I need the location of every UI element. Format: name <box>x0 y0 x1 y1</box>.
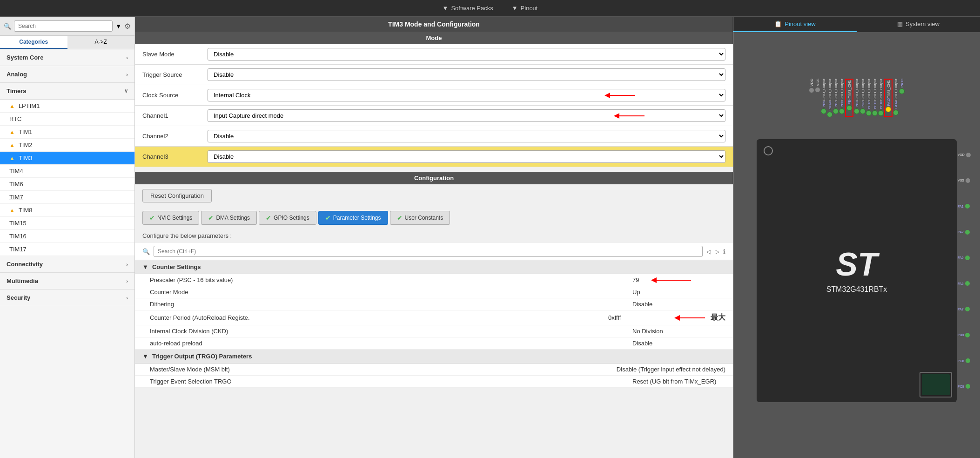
sidebar-item-tim4[interactable]: TIM4 <box>0 165 134 178</box>
sidebar-item-tim6[interactable]: TIM6 <box>0 178 134 191</box>
counter-settings-label: Counter Settings <box>152 263 201 270</box>
pin-pb8b-sublabel: PB8-B <box>828 101 832 110</box>
right-pins-container: VDD VSS PA1 PA2 <box>957 139 980 402</box>
pinout-view-icon: 📋 <box>774 20 782 27</box>
pin-vss: VSS <box>815 79 820 117</box>
section-multimedia-header[interactable]: Multimedia › <box>0 273 134 290</box>
center-title: TIM3 Mode and Configuration <box>135 17 733 32</box>
sidebar-item-tim1[interactable]: ▲ TIM1 <box>0 126 134 139</box>
chevron-right-icon: › <box>126 55 128 61</box>
counter-settings-section: ▼ Counter Settings Prescaler (PSC - 16 b… <box>135 260 733 350</box>
rpin-pc9-dot <box>966 384 970 389</box>
sidebar-item-tim3[interactable]: ▲ TIM3 <box>0 152 134 165</box>
channel1-select[interactable]: Input Capture direct mode <box>208 109 725 122</box>
msm-value: Disable (Trigger input effect not delaye… <box>617 366 725 373</box>
pin-vdd-label: VDD <box>810 79 814 87</box>
rpin-pa1: PA1 <box>958 204 979 209</box>
gear-icon[interactable]: ⚙ <box>124 22 131 31</box>
software-packs-menu[interactable]: ▼ Software Packs <box>443 5 493 12</box>
sidebar-item-tim16[interactable]: TIM16 <box>0 230 134 243</box>
section-system-core-header[interactable]: System Core › <box>0 49 134 66</box>
search-input[interactable] <box>14 20 113 32</box>
param-hint: Configure the below parameters : <box>135 229 733 243</box>
trgo-value: Reset (UG bit from TIMx_EGR) <box>632 378 725 385</box>
slave-mode-select[interactable]: Disable <box>208 48 725 61</box>
pin-pb9-dot <box>821 108 826 114</box>
counter-settings-header[interactable]: ▼ Counter Settings <box>135 260 733 274</box>
center-panel: TIM3 Mode and Configuration Mode Slave M… <box>135 17 733 458</box>
pin-pc12-label: GPIO_Output <box>867 79 871 101</box>
clock-source-row: Clock Source Internal Clock <box>135 85 733 106</box>
rpin-pa5: PA5 <box>958 256 979 260</box>
rpin-pc9-label: PC9 <box>958 385 964 388</box>
tab-dma-settings[interactable]: ✔ DMA Settings <box>201 211 257 225</box>
tab-system-view[interactable]: ▦ System view <box>857 17 980 32</box>
pin-pc12-sublabel: PC12 <box>867 101 871 109</box>
trgo-section: ▼ Trigger Output (TRGO) Parameters Maste… <box>135 350 733 388</box>
param-search-icon: 🔍 <box>142 248 150 255</box>
tab-parameter-settings[interactable]: ✔ Parameter Settings <box>318 211 388 225</box>
sidebar: 🔍 ▼ ⚙ Categories A->Z System Core › Anal… <box>0 17 135 458</box>
rpin-vdd-dot <box>966 153 971 157</box>
sidebar-item-tim8[interactable]: ▲ TIM8 <box>0 204 134 217</box>
section-timers-label: Timers <box>7 88 26 94</box>
pin-pb3-label: GPIO_Output <box>855 79 859 101</box>
tab-user-constants[interactable]: ✔ User Constants <box>390 211 450 225</box>
pins-top-row: VDD VSS GPIO_Output PB9 <box>809 79 905 117</box>
top-bar: ▼ Software Packs ▼ Pinout <box>0 0 980 17</box>
tab-categories[interactable]: Categories <box>0 36 67 49</box>
tab-nvic-settings[interactable]: ✔ NVIC Settings <box>142 211 199 225</box>
channel3-select[interactable]: Disable <box>208 150 725 163</box>
search-dropdown-icon[interactable]: ▼ <box>115 23 121 30</box>
pin-pc10-label: GPIO_Output <box>879 79 883 101</box>
pin-pa13-label: PA13 <box>900 79 904 88</box>
section-security-header[interactable]: Security › <box>0 290 134 306</box>
section-analog-header[interactable]: Analog › <box>0 66 134 83</box>
sidebar-tabs: Categories A->Z <box>0 36 134 49</box>
chevron-right-icon-conn: › <box>126 262 128 267</box>
sidebar-item-lptim1[interactable]: ▲ LPTIM1 <box>0 100 134 113</box>
trigger-source-select[interactable]: Disable <box>208 68 725 81</box>
pinout-menu[interactable]: ▼ Pinout <box>512 5 538 12</box>
section-connectivity-header[interactable]: Connectivity › <box>0 256 134 273</box>
trigger-source-label: Trigger Source <box>142 71 203 78</box>
channel2-select[interactable]: Disable <box>208 130 725 142</box>
info-icon[interactable]: ℹ <box>723 248 725 255</box>
tab-gpio-settings[interactable]: ✔ GPIO Settings <box>259 211 316 225</box>
pin-pa14-label: GPIO_Output <box>894 79 898 101</box>
param-nav-next-icon[interactable]: ▷ <box>715 248 719 255</box>
param-nav-prev-icon[interactable]: ◁ <box>706 248 711 255</box>
pin-pb8b-label: GPIO_Output <box>828 79 832 101</box>
trgo-section-header[interactable]: ▼ Trigger Output (TRGO) Parameters <box>135 350 733 364</box>
tab-az[interactable]: A->Z <box>67 36 135 49</box>
pin-pb6-sublabel: PB6 <box>840 101 844 107</box>
pin-pb7-sublabel: PB7 <box>834 101 838 107</box>
sidebar-item-rtc[interactable]: RTC <box>0 113 134 126</box>
sidebar-item-tim2[interactable]: ▲ TIM2 <box>0 139 134 152</box>
mini-display <box>920 372 952 397</box>
chevron-right-icon-sec: › <box>126 295 128 301</box>
rpin-pa1-label: PA1 <box>958 205 964 208</box>
chip-body: ST STM32G431RBTx <box>757 139 957 402</box>
tab-pinout-view[interactable]: 📋 Pinout view <box>733 17 857 32</box>
rpin-pb8-label: PB8 <box>958 333 964 337</box>
counter-period-label: Counter Period (AutoReload Registe. <box>150 314 608 321</box>
param-row-trgo: Trigger Event Selection TRGO Reset (UG b… <box>135 376 733 388</box>
reset-configuration-button[interactable]: Reset Configuration <box>142 189 212 202</box>
rpin-pa2-dot <box>965 230 970 235</box>
section-timers-header[interactable]: Timers ∨ <box>0 83 134 100</box>
chevron-right-icon-analog: › <box>126 72 128 77</box>
param-search-input[interactable] <box>154 246 703 257</box>
param-search-bar: 🔍 ◁ ▷ ℹ <box>135 243 733 260</box>
trigger-source-row: Trigger Source Disable <box>135 65 733 85</box>
sidebar-item-tim7[interactable]: TIM7 <box>0 191 134 204</box>
sidebar-item-tim15[interactable]: TIM15 <box>0 217 134 230</box>
clock-source-select[interactable]: Internal Clock <box>208 89 725 101</box>
rpin-pa6-dot <box>965 281 970 286</box>
rpin-pc9: PC9 <box>958 384 979 389</box>
tab-dma-label: DMA Settings <box>216 215 250 221</box>
chip-area[interactable]: VDD VSS GPIO_Output PB9 <box>733 32 980 458</box>
sidebar-item-tim17[interactable]: TIM17 <box>0 243 134 256</box>
section-multimedia-label: Multimedia <box>7 277 38 284</box>
autoreload-preload-value: Disable <box>632 340 725 347</box>
